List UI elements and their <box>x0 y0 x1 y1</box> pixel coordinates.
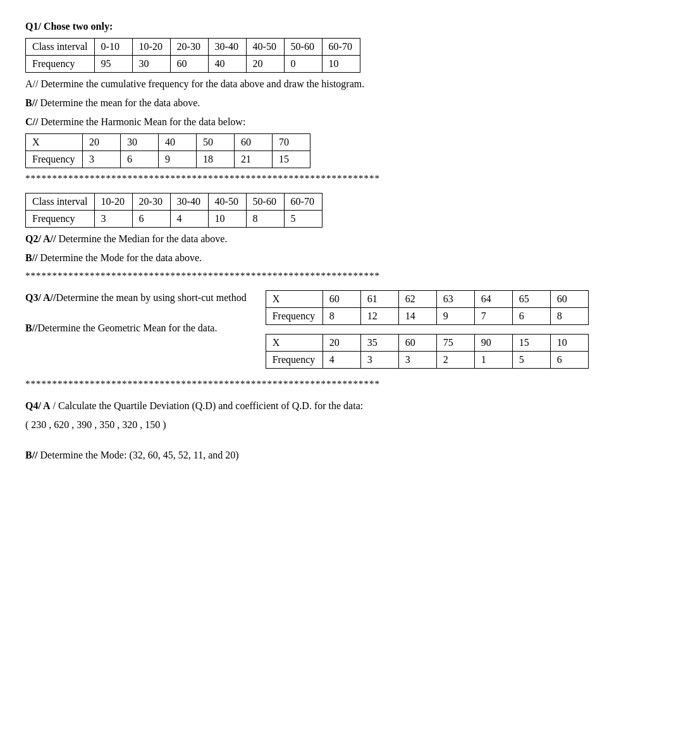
q3-stars: ****************************************… <box>25 379 675 390</box>
table-cell: 60-70 <box>284 194 322 211</box>
table-cell: 3 <box>83 151 121 168</box>
table-cell: 12 <box>360 308 398 325</box>
table-cell: 40 <box>159 134 197 151</box>
table-cell: 40-50 <box>246 39 284 56</box>
table-cell: 65 <box>512 291 550 308</box>
table-cell: 20 <box>322 335 360 352</box>
table-cell: 90 <box>474 335 512 352</box>
table-cell: 30 <box>121 134 159 151</box>
q1-table1: Class interval0-1010-2020-3030-4040-5050… <box>25 38 360 73</box>
q1-header: Q1/ Chose two only: <box>25 19 675 34</box>
q3-tables: X60616263646560Frequency812149768 X20356… <box>266 290 589 372</box>
q1-partA: A// Determine the cumulative frequency f… <box>25 77 675 92</box>
table-cell: X <box>266 291 322 308</box>
table-cell: 8 <box>550 308 588 325</box>
table-cell: 40-50 <box>208 194 246 211</box>
table-cell: 20-30 <box>170 39 208 56</box>
q3-block: Q3/ A//Determine the mean by using short… <box>25 290 675 372</box>
table-cell: 18 <box>197 151 235 168</box>
table-cell: Class interval <box>26 39 95 56</box>
table-cell: 21 <box>235 151 273 168</box>
q2-table: Class interval10-2020-3030-4040-5050-606… <box>25 193 322 228</box>
table-cell: 9 <box>159 151 197 168</box>
table-cell: 10-20 <box>94 194 132 211</box>
table-cell: 0 <box>284 56 322 73</box>
q3-partB-label: B//Determine the Geometric Mean for the … <box>25 321 247 336</box>
q1-stars: ****************************************… <box>25 173 675 184</box>
table-cell: Frequency <box>26 211 95 228</box>
table-cell: 30-40 <box>208 39 246 56</box>
q1-table2: X203040506070Frequency369182115 <box>25 133 310 168</box>
q1-partB: B// Determine the mean for the data abov… <box>25 95 675 111</box>
q4-header: Q4/ A / Calculate the Quartile Deviation… <box>25 398 675 414</box>
table-cell: 6 <box>132 211 170 228</box>
table-cell: 10 <box>550 335 588 352</box>
table-cell: 20 <box>246 56 284 73</box>
table-cell: 61 <box>360 291 398 308</box>
q4-section: Q4/ A / Calculate the Quartile Deviation… <box>25 398 675 463</box>
table-cell: 3 <box>94 211 132 228</box>
table-cell: 5 <box>512 352 550 369</box>
q1-partC: C// Determine the Harmonic Mean for the … <box>25 114 675 130</box>
table-cell: 63 <box>436 291 474 308</box>
q1-section: Q1/ Chose two only: Class interval0-1010… <box>25 19 675 184</box>
table-cell: Frequency <box>266 352 322 369</box>
q3-left-text: Q3/ A//Determine the mean by using short… <box>25 290 247 340</box>
table-cell: 3 <box>398 352 436 369</box>
q3-table-b: X20356075901510Frequency4332156 <box>266 334 589 369</box>
q2-section: Class interval10-2020-3030-4040-5050-606… <box>25 193 675 281</box>
table-cell: 6 <box>121 151 159 168</box>
table-cell: 0-10 <box>94 39 132 56</box>
table-cell: 8 <box>246 211 284 228</box>
table-cell: 1 <box>474 352 512 369</box>
table-cell: Frequency <box>26 56 95 73</box>
table-cell: 40 <box>208 56 246 73</box>
table-cell: Frequency <box>26 151 83 168</box>
table-cell: 6 <box>512 308 550 325</box>
table-cell: X <box>266 335 322 352</box>
table-cell: 4 <box>322 352 360 369</box>
table-cell: 15 <box>273 151 310 168</box>
table-cell: 50 <box>197 134 235 151</box>
table-cell: 30 <box>132 56 170 73</box>
q2-partB: B// Determine the Mode for the data abov… <box>25 250 675 266</box>
table-cell: 20-30 <box>132 194 170 211</box>
table-cell: 64 <box>474 291 512 308</box>
table-cell: 10 <box>208 211 246 228</box>
table-cell: 20 <box>83 134 121 151</box>
table-cell: 4 <box>170 211 208 228</box>
table-cell: 50-60 <box>246 194 284 211</box>
table-cell: 60 <box>398 335 436 352</box>
q3-section: Q3/ A//Determine the mean by using short… <box>25 290 675 390</box>
table-cell: X <box>26 134 83 151</box>
table-cell: 2 <box>436 352 474 369</box>
q4-partB: B// Determine the Mode: (32, 60, 45, 52,… <box>25 448 675 463</box>
table-cell: 60 <box>235 134 273 151</box>
table-cell: 3 <box>360 352 398 369</box>
table-cell: 10-20 <box>132 39 170 56</box>
table-cell: 15 <box>512 335 550 352</box>
q4-data: ( 230 , 620 , 390 , 350 , 320 , 150 ) <box>25 417 675 433</box>
q2-partA: Q2/ A// Determine the Median for the dat… <box>25 231 675 247</box>
q2-stars: ****************************************… <box>25 271 675 281</box>
table-cell: 60-70 <box>322 39 360 56</box>
table-cell: Frequency <box>266 308 322 325</box>
table-cell: 5 <box>284 211 322 228</box>
q3-partA-label: Q3/ A//Determine the mean by using short… <box>25 290 247 305</box>
table-cell: 9 <box>436 308 474 325</box>
table-cell: 35 <box>360 335 398 352</box>
table-cell: 7 <box>474 308 512 325</box>
table-cell: 6 <box>550 352 588 369</box>
table-cell: 70 <box>273 134 310 151</box>
q3-table-a: X60616263646560Frequency812149768 <box>266 290 589 325</box>
table-cell: 10 <box>322 56 360 73</box>
table-cell: 62 <box>398 291 436 308</box>
table-cell: 50-60 <box>284 39 322 56</box>
table-cell: 30-40 <box>170 194 208 211</box>
table-cell: 75 <box>436 335 474 352</box>
table-cell: 60 <box>170 56 208 73</box>
table-cell: 95 <box>94 56 132 73</box>
table-cell: Class interval <box>26 194 95 211</box>
table-cell: 60 <box>550 291 588 308</box>
table-cell: 14 <box>398 308 436 325</box>
